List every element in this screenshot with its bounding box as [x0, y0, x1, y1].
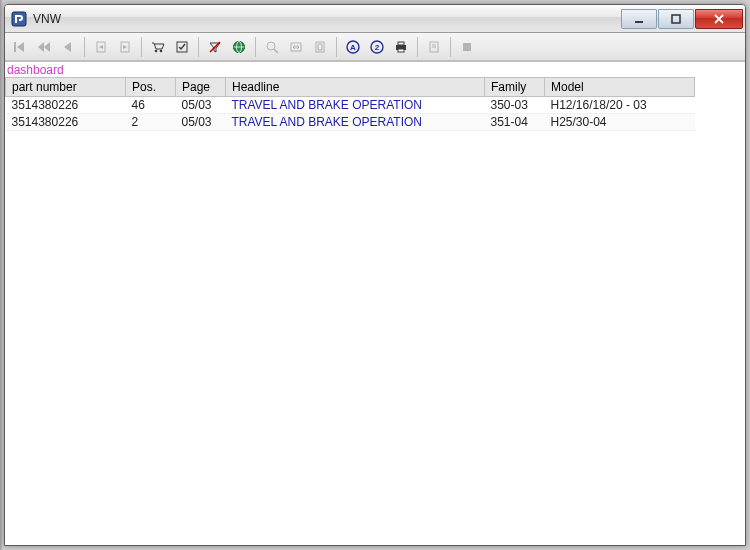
doc-next-button[interactable]: [114, 36, 136, 58]
table-header-row: part number Pos. Page Headline Family Mo…: [6, 78, 695, 97]
svg-rect-24: [398, 49, 404, 52]
svg-rect-1: [635, 21, 643, 23]
close-icon: [713, 14, 725, 24]
cell-model: H12/16/18/20 - 03: [545, 97, 695, 114]
back-icon: [61, 40, 75, 54]
doc-prev-icon: [94, 40, 108, 54]
cell-family: 351-04: [485, 114, 545, 131]
note-icon: [427, 40, 441, 54]
checklist-button[interactable]: [171, 36, 193, 58]
fit-width-icon: [289, 40, 303, 54]
app-window: VNW A 2: [4, 4, 746, 546]
cell-page: 05/03: [176, 97, 226, 114]
cart-icon: [151, 40, 165, 54]
cell-part-number: 3514380226: [6, 97, 126, 114]
table-row[interactable]: 3514380226 2 05/03 TRAVEL AND BRAKE OPER…: [6, 114, 695, 131]
window-title: VNW: [33, 12, 620, 26]
cell-family: 350-03: [485, 97, 545, 114]
maximize-icon: [671, 14, 681, 24]
no-filter-button[interactable]: [204, 36, 226, 58]
globe-icon: [232, 40, 246, 54]
cell-model: H25/30-04: [545, 114, 695, 131]
section-label: dashboard: [5, 61, 745, 77]
cell-pos: 2: [126, 114, 176, 131]
checklist-icon: [175, 40, 189, 54]
svg-point-13: [267, 42, 275, 50]
zoom-button[interactable]: [261, 36, 283, 58]
svg-rect-3: [14, 42, 16, 52]
stop-button[interactable]: [456, 36, 478, 58]
mark-a-button[interactable]: A: [342, 36, 364, 58]
cart-button[interactable]: [147, 36, 169, 58]
col-part-number[interactable]: part number: [6, 78, 126, 97]
fit-page-button[interactable]: [309, 36, 331, 58]
toolbar-separator: [336, 37, 337, 57]
minimize-icon: [634, 14, 644, 24]
close-button[interactable]: [695, 9, 743, 29]
stop-icon: [460, 40, 474, 54]
fit-page-icon: [313, 40, 327, 54]
toolbar-separator: [198, 37, 199, 57]
print-button[interactable]: [390, 36, 412, 58]
svg-text:A: A: [350, 43, 356, 52]
table-row[interactable]: 3514380226 46 05/03 TRAVEL AND BRAKE OPE…: [6, 97, 695, 114]
toolbar-separator: [141, 37, 142, 57]
svg-rect-28: [463, 43, 471, 51]
nav-rewind-button[interactable]: [33, 36, 55, 58]
svg-rect-17: [318, 44, 322, 50]
print-icon: [394, 40, 408, 54]
mark-q-icon: 2: [370, 40, 384, 54]
rewind-icon: [37, 40, 51, 54]
no-filter-icon: [208, 40, 222, 54]
cell-pos: 46: [126, 97, 176, 114]
svg-text:2: 2: [375, 43, 380, 52]
col-family[interactable]: Family: [485, 78, 545, 97]
window-controls: [620, 9, 743, 29]
first-icon: [13, 40, 27, 54]
globe-button[interactable]: [228, 36, 250, 58]
left-shadow: [0, 0, 3, 550]
col-model[interactable]: Model: [545, 78, 695, 97]
toolbar-separator: [255, 37, 256, 57]
mark-a-icon: A: [346, 40, 360, 54]
nav-back-button[interactable]: [57, 36, 79, 58]
svg-rect-2: [672, 15, 680, 23]
svg-rect-23: [398, 42, 404, 45]
cell-part-number: 3514380226: [6, 114, 126, 131]
results-table: part number Pos. Page Headline Family Mo…: [5, 77, 695, 131]
mark-q-button[interactable]: 2: [366, 36, 388, 58]
app-icon: [11, 11, 27, 27]
fit-width-button[interactable]: [285, 36, 307, 58]
col-page[interactable]: Page: [176, 78, 226, 97]
col-pos[interactable]: Pos.: [126, 78, 176, 97]
cell-headline[interactable]: TRAVEL AND BRAKE OPERATION: [226, 97, 485, 114]
svg-point-7: [160, 49, 163, 52]
content-area: dashboard part number Pos. Page Headline…: [5, 61, 745, 545]
nav-first-button[interactable]: [9, 36, 31, 58]
toolbar-separator: [84, 37, 85, 57]
titlebar[interactable]: VNW: [5, 5, 745, 33]
col-headline[interactable]: Headline: [226, 78, 485, 97]
doc-next-icon: [118, 40, 132, 54]
svg-line-14: [274, 49, 278, 53]
svg-point-6: [155, 49, 158, 52]
maximize-button[interactable]: [658, 9, 694, 29]
toolbar: A 2: [5, 33, 745, 61]
zoom-icon: [265, 40, 279, 54]
toolbar-separator: [417, 37, 418, 57]
toolbar-separator: [450, 37, 451, 57]
cell-headline[interactable]: TRAVEL AND BRAKE OPERATION: [226, 114, 485, 131]
cell-page: 05/03: [176, 114, 226, 131]
minimize-button[interactable]: [621, 9, 657, 29]
doc-prev-button[interactable]: [90, 36, 112, 58]
note-button[interactable]: [423, 36, 445, 58]
